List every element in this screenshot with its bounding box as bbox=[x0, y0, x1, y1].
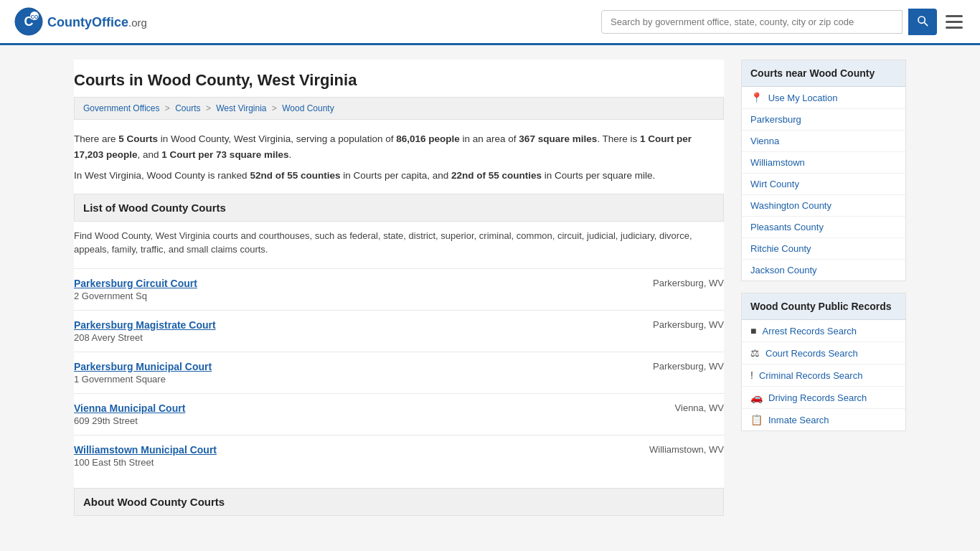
records-item-2[interactable]: !Criminal Records Search bbox=[742, 364, 905, 387]
court-left-0: Parkersburg Circuit Court 2 Government S… bbox=[74, 278, 623, 301]
public-records-title: Wood County Public Records bbox=[742, 293, 905, 320]
courts-near-title: Courts near Wood County bbox=[742, 60, 905, 87]
nearby-link-item-4[interactable]: Washington County bbox=[742, 195, 905, 217]
page-title: Courts in Wood County, West Virginia bbox=[74, 60, 724, 97]
records-item-0[interactable]: ■Arrest Records Search bbox=[742, 320, 905, 342]
intro-text: There are 5 Courts in Wood County, West … bbox=[74, 131, 724, 194]
court-entry-0: Parkersburg Circuit Court 2 Government S… bbox=[74, 268, 724, 310]
nearby-link-item-6[interactable]: Ritchie County bbox=[742, 238, 905, 260]
court-address-4: 100 East 5th Street bbox=[74, 457, 623, 468]
menu-line-1 bbox=[946, 15, 963, 17]
rec-icon-1: ⚖ bbox=[750, 347, 760, 359]
court-address-2: 1 Government Square bbox=[74, 374, 623, 385]
menu-button[interactable] bbox=[943, 12, 966, 32]
nearby-link-item-3[interactable]: Wirt County bbox=[742, 174, 905, 195]
nearby-link-item-5[interactable]: Pleasants County bbox=[742, 217, 905, 238]
list-section-header: List of Wood County Courts bbox=[74, 194, 724, 222]
list-section-desc: Find Wood County, West Virginia courts a… bbox=[74, 229, 724, 257]
search-icon bbox=[917, 15, 928, 27]
rec-icon-0: ■ bbox=[750, 325, 756, 336]
nearby-link-item-2[interactable]: Williamstown bbox=[742, 152, 905, 174]
logo-suffix: .org bbox=[128, 17, 147, 29]
main-container: Courts in Wood County, West Virginia Gov… bbox=[60, 45, 920, 530]
court-entry-1: Parkersburg Magistrate Court 208 Avery S… bbox=[74, 310, 724, 352]
courts-list: Parkersburg Circuit Court 2 Government S… bbox=[74, 268, 724, 476]
court-entry-2: Parkersburg Municipal Court 1 Government… bbox=[74, 352, 724, 393]
records-link-2[interactable]: Criminal Records Search bbox=[759, 370, 863, 381]
records-item-1[interactable]: ⚖Court Records Search bbox=[742, 342, 905, 364]
breadcrumb: Government Offices > Courts > West Virgi… bbox=[74, 97, 724, 120]
court-name-4[interactable]: Williamstown Municipal Court bbox=[74, 444, 623, 456]
court-name-3[interactable]: Vienna Municipal Court bbox=[74, 402, 623, 414]
search-input[interactable] bbox=[601, 10, 903, 34]
court-name-2[interactable]: Parkersburg Municipal Court bbox=[74, 361, 623, 372]
records-item-4[interactable]: 📋Inmate Search bbox=[742, 409, 905, 430]
court-name-0[interactable]: Parkersburg Circuit Court bbox=[74, 278, 623, 289]
court-location-1: Parkersburg, WV bbox=[623, 319, 724, 330]
court-entry-3: Vienna Municipal Court 609 29th Street V… bbox=[74, 393, 724, 435]
use-my-location-link[interactable]: Use My Location bbox=[768, 93, 838, 103]
rec-icon-2: ! bbox=[750, 369, 753, 381]
site-header: C CO CountyOffice.org bbox=[0, 0, 980, 45]
court-location-2: Parkersburg, WV bbox=[623, 361, 724, 372]
nearby-links-container: ParkersburgViennaWilliamstownWirt County… bbox=[742, 109, 905, 281]
search-area bbox=[601, 9, 966, 35]
nearby-link-0[interactable]: Parkersburg bbox=[750, 114, 801, 125]
nearby-link-4[interactable]: Washington County bbox=[750, 200, 831, 211]
court-address-0: 2 Government Sq bbox=[74, 291, 623, 301]
breadcrumb-west-virginia[interactable]: West Virginia bbox=[216, 103, 266, 113]
logo-icon: C CO bbox=[14, 7, 43, 36]
records-link-4[interactable]: Inmate Search bbox=[768, 415, 829, 425]
court-left-1: Parkersburg Magistrate Court 208 Avery S… bbox=[74, 319, 623, 343]
nearby-link-item-7[interactable]: Jackson County bbox=[742, 260, 905, 281]
logo-text: CountyOffice.org bbox=[47, 14, 147, 30]
menu-line-2 bbox=[946, 21, 963, 23]
records-link-1[interactable]: Court Records Search bbox=[765, 348, 858, 359]
records-link-0[interactable]: Arrest Records Search bbox=[762, 326, 857, 336]
records-links-container: ■Arrest Records Search⚖Court Records Sea… bbox=[742, 320, 905, 430]
court-left-4: Williamstown Municipal Court 100 East 5t… bbox=[74, 444, 623, 468]
svg-text:CO: CO bbox=[31, 14, 39, 19]
breadcrumb-govt-offices[interactable]: Government Offices bbox=[83, 103, 160, 113]
court-location-3: Vienna, WV bbox=[623, 402, 724, 413]
rec-icon-4: 📋 bbox=[750, 414, 763, 425]
nearby-link-1[interactable]: Vienna bbox=[750, 136, 779, 146]
nearby-link-2[interactable]: Williamstown bbox=[750, 157, 805, 168]
location-icon: 📍 bbox=[750, 92, 763, 103]
court-location-4: Williamstown, WV bbox=[623, 444, 724, 455]
breadcrumb-wood-county[interactable]: Wood County bbox=[282, 103, 334, 113]
logo-main-text: CountyOffice bbox=[47, 15, 128, 29]
use-my-location-item[interactable]: 📍 Use My Location bbox=[742, 87, 905, 109]
menu-line-3 bbox=[946, 27, 963, 29]
court-location-0: Parkersburg, WV bbox=[623, 278, 724, 288]
court-address-3: 609 29th Street bbox=[74, 415, 623, 426]
nearby-link-item-1[interactable]: Vienna bbox=[742, 131, 905, 152]
court-name-1[interactable]: Parkersburg Magistrate Court bbox=[74, 319, 623, 331]
nearby-link-6[interactable]: Ritchie County bbox=[750, 243, 811, 254]
nearby-link-item-0[interactable]: Parkersburg bbox=[742, 109, 905, 131]
about-section-header: About Wood County Courts bbox=[74, 488, 724, 516]
courts-near-section: Courts near Wood County 📍 Use My Locatio… bbox=[741, 60, 906, 281]
logo-area: C CO CountyOffice.org bbox=[14, 7, 147, 36]
nearby-link-7[interactable]: Jackson County bbox=[750, 265, 817, 276]
court-address-1: 208 Avery Street bbox=[74, 332, 623, 343]
records-link-3[interactable]: Driving Records Search bbox=[768, 392, 867, 403]
court-left-2: Parkersburg Municipal Court 1 Government… bbox=[74, 361, 623, 385]
content-area: Courts in Wood County, West Virginia Gov… bbox=[74, 60, 724, 516]
records-item-3[interactable]: 🚗Driving Records Search bbox=[742, 387, 905, 409]
breadcrumb-courts[interactable]: Courts bbox=[175, 103, 200, 113]
court-left-3: Vienna Municipal Court 609 29th Street bbox=[74, 402, 623, 426]
court-entry-4: Williamstown Municipal Court 100 East 5t… bbox=[74, 435, 724, 476]
public-records-section: Wood County Public Records ■Arrest Recor… bbox=[741, 293, 906, 431]
nearby-link-5[interactable]: Pleasants County bbox=[750, 222, 824, 232]
nearby-link-3[interactable]: Wirt County bbox=[750, 179, 799, 189]
search-button[interactable] bbox=[908, 9, 937, 35]
sidebar: Courts near Wood County 📍 Use My Locatio… bbox=[741, 60, 906, 516]
svg-line-5 bbox=[924, 22, 928, 26]
rec-icon-3: 🚗 bbox=[750, 392, 763, 403]
